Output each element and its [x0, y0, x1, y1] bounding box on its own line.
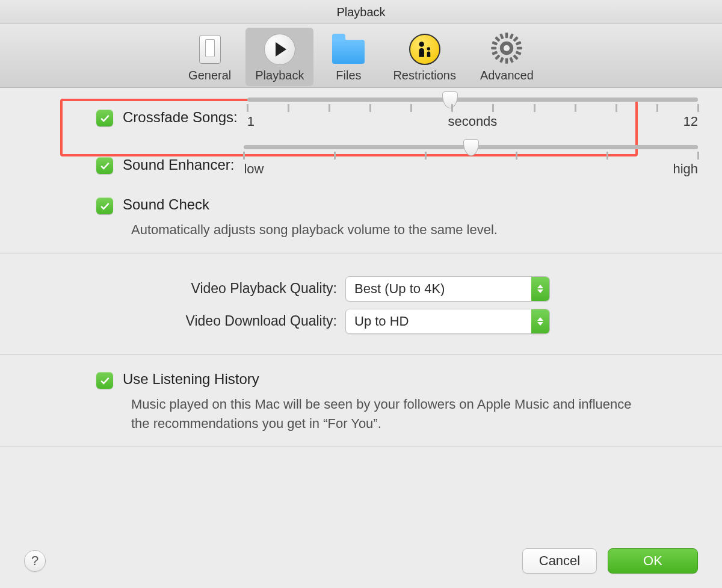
soundcheck-label: Sound Check — [123, 196, 209, 213]
help-icon: ? — [31, 553, 39, 569]
ok-button[interactable]: OK — [608, 548, 698, 574]
tab-restrictions[interactable]: Restrictions — [383, 28, 465, 86]
tab-playback[interactable]: Playback — [245, 28, 313, 86]
crossfade-checkbox[interactable] — [96, 110, 113, 126]
parental-icon — [408, 32, 442, 66]
svg-rect-13 — [499, 57, 504, 63]
play-circle-icon — [263, 32, 297, 66]
svg-rect-14 — [492, 41, 498, 46]
crossfade-label: Crossfade Songs: — [123, 109, 238, 126]
svg-rect-17 — [510, 57, 514, 63]
window-titlebar: Playback — [0, 0, 722, 24]
window-title: Playback — [336, 5, 385, 19]
svg-rect-6 — [492, 46, 497, 49]
tab-general-label: General — [188, 69, 231, 82]
crossfade-max-label: 12 — [683, 114, 698, 129]
video-download-value: Up to HD — [346, 314, 531, 329]
svg-rect-15 — [516, 51, 522, 55]
svg-rect-18 — [492, 51, 498, 55]
switch-icon — [193, 32, 227, 66]
cancel-button[interactable]: Cancel — [522, 548, 597, 574]
svg-rect-7 — [517, 46, 522, 49]
listening-history-checkbox[interactable] — [96, 372, 113, 389]
soundcheck-hint: Automatically adjusts song playback volu… — [131, 220, 637, 240]
crossfade-center-label: seconds — [448, 114, 497, 129]
tab-restrictions-label: Restrictions — [393, 69, 455, 82]
crossfade-min-label: 1 — [247, 114, 255, 129]
check-icon — [99, 200, 111, 212]
cancel-button-label: Cancel — [539, 553, 580, 569]
svg-rect-9 — [495, 54, 501, 60]
soundcheck-checkbox[interactable] — [96, 197, 113, 214]
enhancer-ticks — [244, 152, 698, 161]
check-icon — [99, 159, 111, 172]
svg-point-0 — [419, 42, 424, 47]
enhancer-label: Sound Enhancer: — [123, 156, 234, 173]
enhancer-slider[interactable]: low high — [244, 140, 698, 178]
tab-files-label: Files — [336, 69, 361, 82]
svg-rect-11 — [513, 54, 519, 60]
tab-general[interactable]: General — [179, 28, 241, 86]
tab-files[interactable]: Files — [318, 28, 378, 86]
video-playback-select[interactable]: Best (Up to 4K) — [345, 276, 550, 302]
video-download-select[interactable]: Up to HD — [345, 309, 550, 334]
crossfade-slider[interactable]: 1 seconds 12 — [247, 93, 698, 131]
svg-rect-4 — [505, 32, 508, 38]
listening-history-hint: Music played on this Mac will be seen by… — [131, 395, 637, 433]
crossfade-ticks — [247, 104, 698, 114]
tab-advanced[interactable]: Advanced — [471, 28, 543, 86]
enhancer-right-label: high — [673, 161, 698, 177]
enhancer-left-label: low — [244, 161, 264, 177]
video-playback-value: Best (Up to 4K) — [346, 281, 531, 297]
stepper-arrows-icon — [531, 309, 549, 333]
svg-rect-12 — [510, 33, 514, 39]
svg-point-1 — [427, 47, 430, 51]
listening-history-label: Use Listening History — [123, 371, 259, 388]
dialog-footer: ? Cancel OK — [0, 548, 722, 574]
enhancer-checkbox[interactable] — [96, 157, 113, 174]
folder-icon — [332, 32, 365, 66]
check-icon — [99, 112, 111, 124]
svg-rect-19 — [516, 41, 522, 46]
tab-playback-label: Playback — [255, 69, 304, 82]
tab-advanced-label: Advanced — [480, 69, 534, 82]
preferences-toolbar: General Playback Files Restrictions Adv — [0, 24, 722, 88]
svg-rect-10 — [495, 36, 501, 42]
check-icon — [99, 374, 111, 386]
help-button[interactable]: ? — [24, 550, 46, 572]
gear-icon — [490, 32, 523, 66]
stepper-arrows-icon — [531, 277, 549, 301]
divider — [0, 447, 722, 447]
video-playback-label: Video Playback Quality: — [24, 280, 337, 297]
video-download-label: Video Download Quality: — [24, 313, 337, 329]
ok-button-label: OK — [643, 553, 662, 569]
svg-rect-16 — [499, 33, 504, 39]
svg-rect-5 — [505, 58, 508, 63]
svg-rect-8 — [513, 36, 519, 42]
svg-point-3 — [504, 45, 510, 51]
